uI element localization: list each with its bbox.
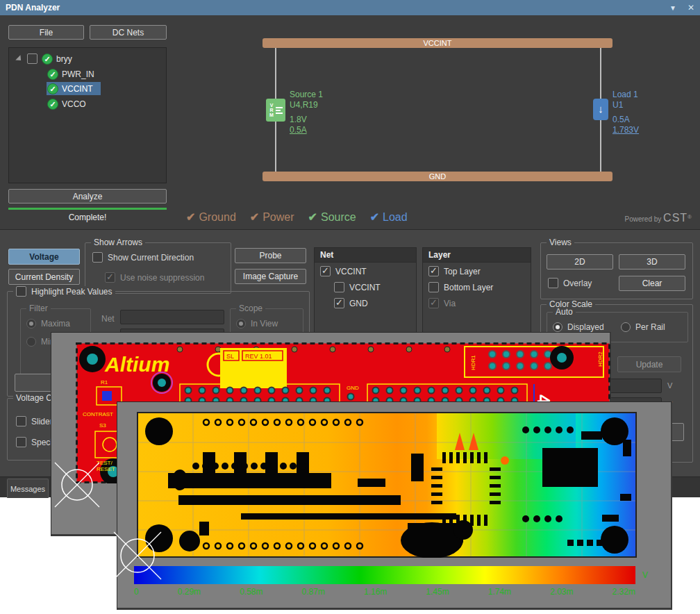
top-layer-checkbox[interactable]: [428, 266, 439, 276]
ground-rail-gnd[interactable]: GND: [262, 172, 612, 181]
net-row-gnd[interactable]: GND: [315, 296, 416, 310]
maxima-row: Maxima: [26, 319, 70, 329]
load-refs: U1: [612, 100, 639, 110]
slider-row: Slider: [16, 416, 53, 426]
net-tree: ✓ bryy ✓ PWR_IN ✓ VCCINT ✓ VCCO: [8, 47, 167, 183]
net-gnd-checkbox[interactable]: [334, 298, 344, 308]
expander-icon[interactable]: [15, 55, 23, 63]
tree-item-pwr-in[interactable]: ✓ PWR_IN: [47, 67, 94, 81]
net-row-vccint[interactable]: VCCINT: [315, 264, 416, 279]
peak-net-field[interactable]: [120, 310, 224, 324]
tick-label: 0.58m: [240, 587, 262, 597]
layer-row-top[interactable]: Top Layer: [423, 264, 531, 279]
load-arrow-icon: ↓: [598, 103, 603, 115]
powered-by: Powered by CST®: [625, 212, 692, 224]
tick-label: 2.32m: [612, 587, 635, 597]
in-view-radio[interactable]: [236, 319, 246, 329]
layer-label: Via: [444, 299, 456, 308]
check-icon: ✔: [250, 210, 259, 224]
window-menu-icon[interactable]: ▼: [669, 4, 676, 12]
vrm-label: VRM: [269, 103, 274, 117]
checkbox-label: Show Current Direction: [108, 253, 194, 263]
legend-label: Load: [383, 211, 408, 224]
net-row-vccint-child[interactable]: VCCINT: [315, 280, 416, 294]
net-field-label: Net: [101, 314, 115, 324]
legend-ground: ✔ Ground: [186, 210, 236, 224]
tree-item-root[interactable]: ✓ bryy: [16, 52, 72, 65]
clear-button[interactable]: Clear: [619, 276, 685, 291]
net-vccint-checkbox[interactable]: [320, 266, 331, 276]
tree-item-label[interactable]: VCCINT: [62, 84, 93, 94]
power-rail-vccint[interactable]: VCCINT: [262, 38, 612, 48]
check-icon: ✔: [186, 210, 195, 224]
tab-messages[interactable]: Messages: [7, 479, 49, 498]
layer-row-via[interactable]: Via: [423, 296, 531, 310]
root-checkbox[interactable]: [27, 53, 38, 64]
load-voltage-link[interactable]: 1.783V: [612, 125, 639, 135]
update-button[interactable]: Update: [617, 356, 681, 372]
net-label: GND: [349, 299, 368, 308]
check-circle-icon: ✓: [47, 83, 58, 94]
legend-source: ✔ Source: [308, 210, 356, 224]
check-circle-icon: ✓: [42, 53, 53, 65]
legend-power: ✔ Power: [250, 210, 294, 224]
close-icon[interactable]: ✕: [688, 3, 694, 13]
tree-item-label[interactable]: VCCO: [62, 99, 86, 109]
load-icon[interactable]: ↓: [593, 99, 608, 120]
current-density-mode-button[interactable]: Current Density: [8, 269, 80, 285]
source-current-link[interactable]: 0.5A: [290, 125, 323, 135]
use-noise-suppression-checkbox[interactable]: [105, 272, 115, 283]
image-capture-button[interactable]: Image Capture: [235, 269, 306, 284]
check-icon: ✔: [308, 210, 317, 224]
load-info: Load 1 U1 0.5A 1.783V: [612, 90, 639, 135]
load-current: 0.5A: [612, 115, 639, 125]
dc-nets-button[interactable]: DC Nets: [90, 25, 167, 40]
pcb-voltage-heatmap-view[interactable]: [137, 412, 637, 558]
vrm-source-icon[interactable]: VRM: [266, 99, 285, 122]
net-vccint-child-checkbox[interactable]: [334, 282, 344, 292]
board-view-window-voltage-map[interactable]: V 0 0.29m 0.58m 0.87m 1.16m 1.45m 1.74m …: [117, 401, 672, 610]
tree-item-vcco[interactable]: ✓ VCCO: [47, 97, 86, 110]
probe-button[interactable]: Probe: [235, 248, 306, 263]
window-title: PDN Analyzer: [6, 3, 60, 13]
via-checkbox[interactable]: [428, 298, 439, 308]
group-title: Views: [547, 238, 574, 247]
radio-label: Displayed: [567, 322, 604, 332]
show-current-direction-checkbox[interactable]: [92, 252, 103, 263]
sl-label: SL: [226, 353, 234, 360]
maxima-radio[interactable]: [26, 319, 36, 329]
crosshair-icon: [110, 528, 165, 583]
status-text: Complete!: [8, 213, 167, 222]
bottom-layer-checkbox[interactable]: [428, 282, 439, 292]
vrm-bars-icon: [276, 107, 283, 114]
displayed-row: Displayed: [553, 322, 604, 332]
analyze-button[interactable]: Analyze: [8, 189, 167, 204]
source-refs: U4,R19: [290, 100, 323, 110]
overlay-checkbox[interactable]: [548, 278, 558, 288]
checkbox-label: Overlay: [563, 279, 592, 288]
registered-mark: ®: [688, 214, 692, 220]
tree-item-label[interactable]: bryy: [56, 54, 72, 64]
view-3d-button[interactable]: 3D: [619, 254, 685, 269]
tree-item-label[interactable]: PWR_IN: [62, 69, 94, 79]
minima-radio[interactable]: [26, 337, 36, 347]
per-rail-radio[interactable]: [621, 322, 631, 332]
layer-label: Bottom Layer: [444, 283, 493, 292]
tree-item-vccint[interactable]: ✓ VCCINT: [47, 82, 93, 95]
displayed-radio[interactable]: [553, 322, 562, 332]
slider-checkbox[interactable]: [16, 416, 26, 426]
specific-checkbox[interactable]: [16, 437, 26, 447]
highlight-peak-checkbox[interactable]: [16, 286, 26, 297]
layer-list-panel: Layer Top Layer Bottom Layer Via: [422, 247, 531, 334]
legend: ✔ Ground ✔ Power ✔ Source ✔ Load: [186, 210, 408, 224]
svg-text:CONTRAST: CONTRAST: [83, 411, 113, 417]
source-title: Source 1: [290, 90, 323, 100]
svg-text:HDR1: HDR1: [470, 355, 476, 370]
tick-label: 1.16m: [364, 587, 387, 597]
voltage-mode-button[interactable]: Voltage: [8, 249, 80, 265]
group-title: Show Arrows: [91, 238, 145, 247]
view-2d-button[interactable]: 2D: [547, 254, 613, 269]
file-button[interactable]: File: [8, 25, 84, 40]
svg-text:S3: S3: [99, 422, 106, 429]
layer-row-bottom[interactable]: Bottom Layer: [423, 280, 531, 294]
